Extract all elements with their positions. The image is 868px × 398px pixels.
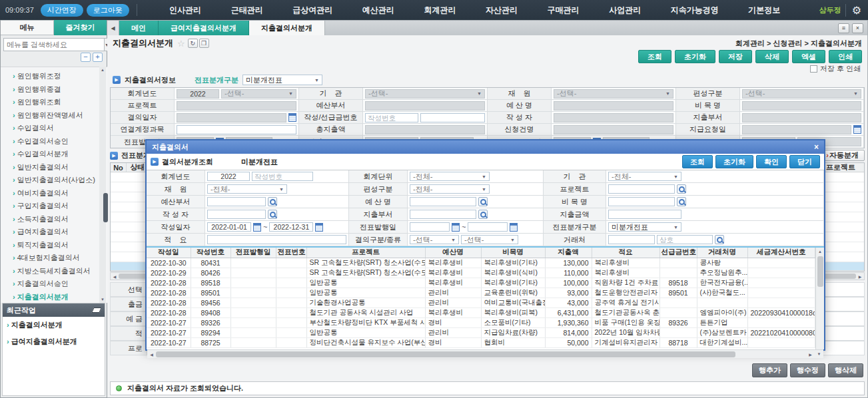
scroll-right-icon[interactable]: ▶ [806, 352, 815, 357]
request-title-input[interactable] [554, 125, 673, 134]
modal-date-to-input[interactable] [269, 222, 313, 232]
table-row[interactable]: 2022-10-3080431SR 고속철도차량(SRT) 청소사업(수도권)복… [147, 258, 815, 268]
modal-vendor-code-input[interactable] [608, 235, 655, 244]
modal-item-name-input[interactable] [608, 197, 675, 206]
topbar-menu-item[interactable]: 기본정보 [748, 5, 780, 16]
sidebar-item[interactable]: ›수입결의서 [13, 122, 101, 135]
modal-date-from-input[interactable] [207, 222, 251, 232]
table-column-header[interactable]: 선급금번호 [659, 248, 697, 258]
topbar-menu-item[interactable]: 인사관리 [169, 5, 201, 16]
search-icon[interactable] [715, 235, 724, 244]
sidebar-item[interactable]: ›원인행위조정 [13, 70, 101, 83]
row-action-button[interactable]: 행수정 [790, 363, 825, 377]
table-column-header[interactable]: 작성번호 [191, 248, 230, 258]
writer-input[interactable] [554, 113, 673, 122]
table-row[interactable]: 2022-10-2889456기술환경사업공통관리비여비교통비(국내출장)43,… [147, 298, 815, 307]
action-button-엑셀[interactable]: 엑셀 [792, 50, 825, 63]
calendar-icon[interactable] [510, 223, 518, 232]
search-icon[interactable] [478, 197, 488, 206]
window-list-icon[interactable]: ≡ [838, 23, 849, 33]
table-column-header[interactable]: 전표번호 [276, 248, 306, 258]
modal-writer-no-input[interactable] [252, 172, 313, 181]
document-tab[interactable]: 급여지출결의서분개 [159, 21, 249, 35]
scroll-right-icon[interactable]: ▶ [856, 274, 864, 279]
item-name-input[interactable] [742, 101, 861, 110]
table-column-header[interactable]: 거래처명 [697, 248, 747, 258]
topbar-menu-item[interactable]: 회계관리 [424, 5, 456, 16]
collapse-all-button[interactable]: − [81, 53, 91, 62]
search-icon[interactable] [677, 197, 686, 206]
sidebar-item[interactable]: ›일반지출결의서(사업소) [13, 174, 101, 187]
pay-request-date-input[interactable] [742, 125, 851, 134]
table-row[interactable]: 2022-10-2789294일반공통관리비지급임차료(차량)814,00020… [147, 327, 815, 337]
action-button-저장[interactable]: 저장 [719, 50, 752, 63]
sidebar-item[interactable]: ›지방소득세지출결의서 [13, 265, 101, 278]
new-window-icon[interactable]: ❐ [199, 39, 209, 48]
action-button-삭제[interactable]: 삭제 [755, 50, 789, 63]
table-column-header[interactable]: 적요 [592, 248, 659, 258]
search-icon[interactable] [268, 210, 277, 219]
save-print-checkbox[interactable] [810, 65, 817, 73]
spend-dept-input[interactable] [742, 113, 861, 122]
modal-button-확인[interactable]: 확인 [756, 155, 787, 168]
action-button-인쇄[interactable]: 인쇄 [829, 50, 862, 63]
modal-hscrollbar[interactable]: ◀ ▶ ▼ [147, 349, 823, 358]
project-input[interactable] [177, 101, 296, 110]
topbar-menu-item[interactable]: 사업관리 [609, 5, 641, 16]
modal-button-닫기[interactable]: 닫기 [789, 155, 820, 168]
modal-budget-name-input[interactable] [410, 197, 476, 206]
topbar-menu-item[interactable]: 예산관리 [362, 5, 394, 16]
modal-issue-from-input[interactable] [410, 222, 450, 232]
modal-close-icon[interactable]: × [814, 142, 819, 152]
document-tab[interactable]: 메인 [119, 21, 159, 35]
sidebar-item[interactable]: ›퇴직지출결의서 [13, 239, 101, 252]
sidebar-item[interactable]: ›4대보험지출결의서 [13, 252, 101, 265]
fiscal-year-input[interactable] [177, 89, 219, 99]
modal-vscrollbar[interactable]: ▲ [815, 248, 824, 349]
table-column-header[interactable]: 작성일 [147, 248, 191, 258]
modal-button-초기화[interactable]: 초기화 [715, 155, 753, 168]
tab-scroll-left-icon[interactable]: ◀ [107, 21, 119, 35]
modal-writer-input[interactable] [207, 210, 266, 219]
gear-icon[interactable]: ⚙ [845, 4, 868, 17]
action-button-초기화[interactable]: 초기화 [675, 50, 715, 63]
recent-work-item[interactable]: ›급여지출결의서분개 [3, 333, 105, 350]
sidebar-item[interactable]: ›수입결의서승인 [13, 135, 101, 148]
table-column-header[interactable]: 프로젝트 [306, 248, 425, 258]
table-column-header[interactable]: 예산명 [425, 248, 481, 258]
modal-year-input[interactable] [207, 172, 250, 181]
calendar-icon[interactable] [853, 125, 861, 134]
topbar-menu-item[interactable]: 구매관리 [548, 5, 580, 16]
fund-select[interactable]: -선택-▼ [554, 89, 673, 99]
modal-vendor-name-input[interactable] [657, 235, 713, 244]
table-row[interactable]: 2022-10-2980426SR 고속철도차량(SRT) 청소사업(수도권)복… [147, 268, 815, 278]
modal-amount-input[interactable] [608, 210, 681, 219]
logout-button[interactable]: 로그아웃 [87, 4, 129, 17]
sidebar-item[interactable]: ›급여지출결의서 [13, 226, 101, 239]
search-icon[interactable] [268, 197, 277, 206]
scroll-down-icon[interactable]: ▼ [815, 352, 823, 356]
eraser-icon[interactable] [91, 307, 102, 313]
modal-fund-select[interactable]: -전체-▼ [207, 184, 287, 194]
table-column-header[interactable]: 비목명 [481, 248, 545, 258]
modal-budget-dept-input[interactable] [207, 197, 266, 206]
modal-unit-select[interactable]: -전체-▼ [410, 172, 490, 181]
row-action-button[interactable]: 행삭제 [828, 363, 863, 377]
scroll-left-icon[interactable]: ◀ [147, 352, 156, 357]
sidebar-tab-favorites[interactable]: 즐겨찾기 [54, 20, 107, 35]
table-row[interactable]: 2022-10-2788725정비단건축시설물 유지보수 사업(부산)경비협회비… [147, 337, 815, 347]
calendar-icon[interactable] [288, 113, 296, 122]
sidebar-item[interactable]: ›원인행위잔액명세서 [13, 109, 101, 122]
resolution-date-input[interactable] [177, 113, 286, 122]
window-close-icon[interactable]: × [852, 23, 863, 33]
modal-agency-select[interactable]: -전체-▼ [608, 172, 681, 181]
scroll-down-icon[interactable]: ▼ [99, 296, 106, 303]
budget-name-input[interactable] [554, 101, 673, 110]
sidebar-scrollbar[interactable]: ▲ ▼ [99, 67, 106, 303]
modal-remarks-input[interactable] [207, 235, 346, 244]
topbar-menu-item[interactable]: 지속가능경영 [671, 5, 719, 16]
modal-spend-dept-input[interactable] [410, 210, 476, 219]
menu-search-input[interactable] [3, 38, 104, 51]
modal-slip-kind-select[interactable]: 미분개전표▼ [608, 222, 681, 232]
modal-budget-type-select[interactable]: -전체-▼ [410, 184, 490, 194]
